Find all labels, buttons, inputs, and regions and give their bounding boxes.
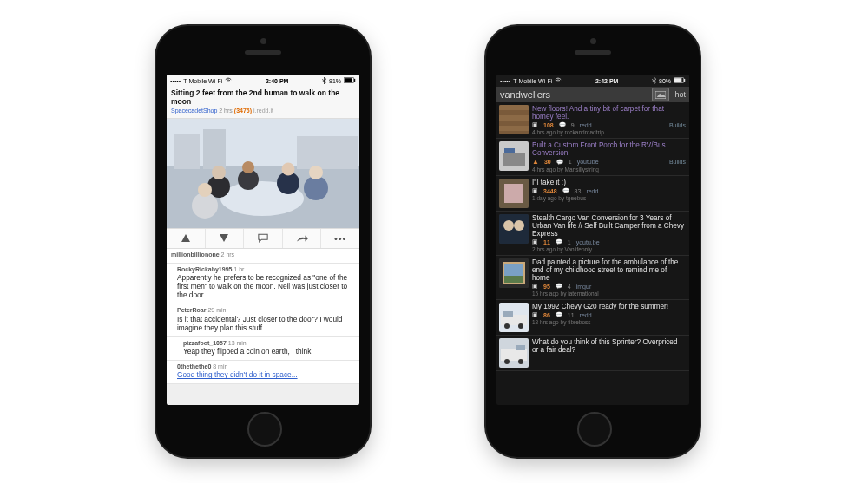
svg-point-0 — [228, 82, 229, 82]
post-score: 30 — [544, 159, 551, 165]
svg-point-36 — [503, 220, 514, 231]
comment-row[interactable]: PeterRoar 29 min Is it that accidental? … — [167, 304, 359, 336]
svg-rect-32 — [504, 148, 515, 153]
bluetooth-icon — [322, 77, 326, 85]
post-image[interactable] — [167, 119, 359, 228]
post-thumbnail[interactable] — [499, 141, 529, 171]
action-bar: ••• — [167, 228, 359, 249]
upvote-icon: ▲ — [532, 158, 539, 166]
list-item[interactable]: Built a Custom Front Porch for the RV/Bu… — [496, 139, 689, 176]
status-bar: ••••• T-Mobile Wi-Fi 2:42 PM 80% — [496, 75, 689, 87]
svg-rect-40 — [504, 264, 523, 276]
comment-icon: 💬 — [559, 121, 566, 128]
post-domain: i.redd.it — [253, 108, 273, 114]
bluetooth-icon — [652, 77, 656, 85]
comment-age: 1 hr — [233, 266, 244, 272]
post-flair: Builds — [669, 159, 686, 165]
comment-row[interactable]: 0thethethe0 8 min Good thing they didn't… — [167, 361, 359, 384]
comment-row[interactable]: millionbillionone 2 hrs — [167, 249, 359, 264]
comment-age: 29 min — [207, 307, 226, 313]
list-item[interactable]: Dad painted a picture for the ambulance … — [496, 256, 689, 300]
post-list: New floors! And a tiny bit of carpet for… — [496, 102, 689, 371]
comment-icon: 💬 — [556, 283, 562, 290]
post-thumbnail[interactable] — [499, 105, 529, 134]
image-icon: ▣ — [532, 187, 538, 194]
svg-marker-25 — [657, 93, 666, 96]
comment-body: Apparently he prefers to be recognized a… — [177, 274, 355, 300]
comment-row[interactable]: RockyRickaby1995 1 hr Apparently he pref… — [167, 264, 359, 304]
comments-button[interactable] — [244, 229, 283, 248]
post-thumbnail[interactable] — [499, 214, 529, 244]
svg-rect-44 — [503, 311, 513, 317]
svg-point-16 — [304, 176, 328, 200]
svg-rect-34 — [504, 184, 523, 203]
clock: 2:40 PM — [266, 78, 288, 84]
post-subreddit[interactable]: SpacecadetShop — [171, 108, 217, 114]
gallery-button[interactable] — [652, 88, 669, 101]
post-header[interactable]: Sitting 2 feet from the 2nd human to wal… — [167, 87, 359, 119]
right-screen: ••••• T-Mobile Wi-Fi 2:42 PM 80% — [496, 75, 689, 405]
subreddit-name[interactable]: vandwellers — [500, 89, 647, 100]
post-thumbnail[interactable] — [499, 258, 529, 288]
post-score: 108 — [543, 122, 554, 128]
upvote-button[interactable] — [167, 229, 206, 248]
list-item[interactable]: Stealth Cargo Van Conversion for 3 Years… — [496, 212, 689, 256]
post-score: 11 — [543, 239, 550, 245]
signal-icon: ••••• — [170, 78, 181, 84]
more-button[interactable]: ••• — [321, 229, 359, 248]
left-screen: ••••• T-Mobile Wi-Fi 2:40 PM 81% — [167, 75, 359, 405]
post-title: Stealth Cargo Van Conversion for 3 Years… — [532, 214, 686, 238]
svg-rect-22 — [674, 78, 682, 82]
svg-rect-7 — [203, 129, 226, 169]
comment-body[interactable]: Good thing they didn't do it in space... — [177, 371, 355, 380]
comment-row[interactable]: pizzafoot_1057 13 min Yeap they flipped … — [167, 337, 359, 361]
post-title: I'll take it :) — [532, 179, 686, 186]
post-title: What do you think of this Sprinter? Over… — [532, 338, 686, 354]
svg-rect-41 — [504, 276, 523, 283]
svg-rect-35 — [499, 214, 529, 244]
post-score: 3448 — [543, 188, 557, 194]
svg-rect-49 — [516, 345, 525, 350]
comment-body: Is it that accidental? Just closer to th… — [177, 316, 355, 333]
post-title: My 1992 Chevy G20 ready for the summer! — [532, 303, 686, 310]
carrier-label: T-Mobile Wi-Fi — [513, 78, 552, 84]
post-age: 2 hrs — [219, 108, 233, 114]
svg-point-46 — [518, 323, 523, 329]
share-button[interactable] — [283, 229, 322, 248]
post-comments: 4 — [568, 284, 571, 290]
svg-rect-8 — [297, 136, 358, 169]
post-domain: youtu.be — [576, 239, 600, 245]
comment-age: 8 min — [213, 363, 227, 369]
battery-pct: 80% — [659, 78, 671, 84]
list-item[interactable]: My 1992 Chevy G20 ready for the summer!▣… — [496, 300, 689, 336]
post-meta: 4 hrs ago by Mansillystring — [532, 166, 686, 173]
comment-age: 2 hrs — [221, 251, 235, 258]
svg-rect-31 — [503, 153, 525, 166]
svg-rect-28 — [499, 115, 529, 121]
post-score: 86 — [543, 312, 550, 318]
clock: 2:42 PM — [595, 78, 618, 84]
comment-user: 0thethethe0 — [177, 363, 211, 369]
comment-body: Yeap they flipped a coin on earth, I thi… — [183, 348, 355, 356]
svg-rect-48 — [501, 349, 527, 361]
post-comments: 9 — [571, 122, 575, 128]
sort-button[interactable]: hot — [674, 90, 686, 99]
post-thumbnail[interactable] — [499, 338, 529, 368]
list-item[interactable]: What do you think of this Sprinter? Over… — [496, 336, 689, 371]
post-meta: 15 hrs ago by iaternational — [532, 290, 686, 297]
image-icon: ▣ — [532, 311, 538, 318]
comment-user: pizzafoot_1057 — [183, 340, 227, 346]
post-thumbnail[interactable] — [499, 303, 529, 332]
carrier-label: T-Mobile Wi-Fi — [183, 78, 222, 84]
list-item[interactable]: I'll take it :)▣3448💬83redd1 day ago by … — [496, 176, 689, 212]
svg-point-20 — [558, 82, 559, 82]
image-icon: ▣ — [532, 121, 538, 128]
post-thumbnail[interactable] — [499, 179, 529, 208]
battery-icon — [344, 77, 356, 84]
post-comments: 11 — [568, 312, 575, 318]
image-icon: ▣ — [532, 283, 538, 290]
list-item[interactable]: New floors! And a tiny bit of carpet for… — [496, 102, 689, 139]
post-domain: redd — [580, 122, 592, 128]
downvote-button[interactable] — [206, 229, 245, 248]
svg-rect-3 — [354, 79, 355, 82]
